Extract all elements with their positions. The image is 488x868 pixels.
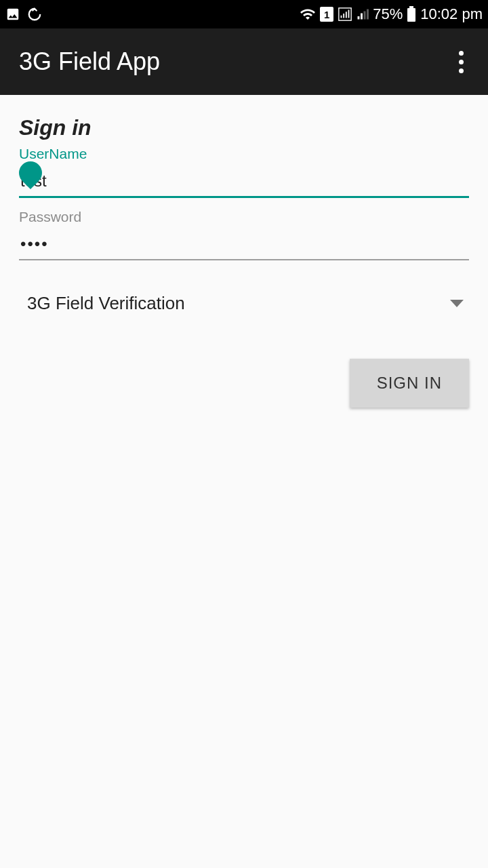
wifi-icon: [300, 6, 316, 22]
status-left-icons: [5, 7, 42, 22]
signal-icon: [338, 7, 352, 22]
signin-button[interactable]: SIGN IN: [350, 359, 469, 408]
svg-rect-0: [339, 8, 351, 20]
signin-form: Sign in UserName Password 3G Field Verif…: [0, 95, 488, 408]
status-time: 10:02 pm: [420, 5, 483, 23]
chevron-down-icon: [450, 300, 464, 307]
sync-icon: [27, 7, 42, 22]
gallery-icon: [5, 7, 20, 22]
verification-dropdown[interactable]: 3G Field Verification: [19, 289, 469, 318]
sim-badge-icon: 1: [320, 7, 333, 22]
overflow-menu-icon[interactable]: [453, 48, 469, 75]
svg-rect-2: [409, 6, 413, 8]
password-field-wrapper: Password: [19, 209, 469, 260]
username-field-wrapper: UserName: [19, 146, 469, 198]
battery-icon: [407, 6, 416, 22]
password-input[interactable]: [19, 232, 469, 260]
status-right-icons: 1 75% 10:02 pm: [300, 5, 483, 23]
username-input[interactable]: [19, 169, 469, 198]
signal-secondary-icon: [357, 7, 369, 22]
app-title: 3G Field App: [19, 47, 160, 76]
password-label: Password: [19, 209, 469, 225]
dropdown-selected-label: 3G Field Verification: [27, 293, 185, 314]
username-label: UserName: [19, 146, 469, 162]
button-row: SIGN IN: [19, 359, 469, 408]
battery-percentage: 75%: [373, 5, 403, 23]
status-bar: 1 75% 10:02 pm: [0, 0, 488, 28]
page-title: Sign in: [19, 115, 469, 140]
app-bar: 3G Field App: [0, 28, 488, 95]
